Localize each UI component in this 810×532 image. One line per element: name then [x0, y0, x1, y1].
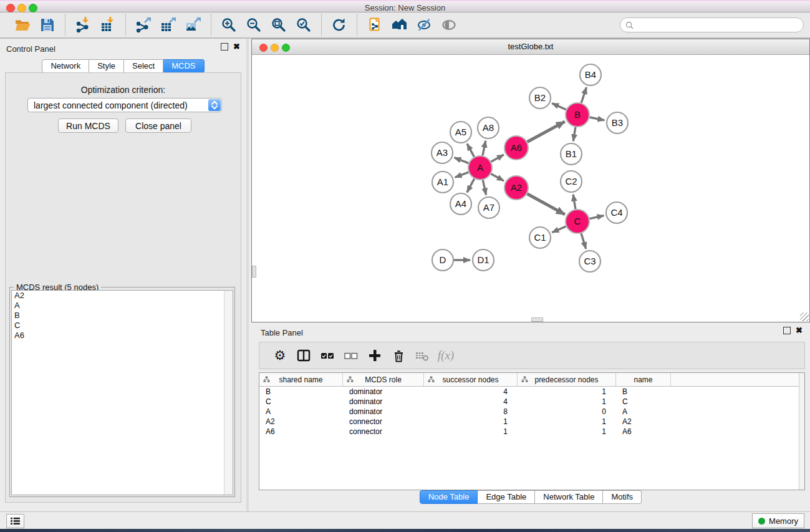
run-mcds-button[interactable]: Run MCDS [58, 118, 118, 133]
edge-A-A2[interactable] [491, 174, 504, 181]
tab-style[interactable]: Style [89, 59, 124, 73]
table-scrollbar[interactable] [799, 373, 804, 490]
column-header-successor-nodes[interactable]: successor nodes [424, 373, 518, 386]
column-header-shared-name[interactable]: shared name [259, 373, 343, 386]
close-table-panel-icon[interactable]: ✖ [796, 327, 803, 334]
float-panel-icon[interactable] [221, 43, 228, 51]
mcds-result-item[interactable]: A [12, 301, 233, 311]
graph-node-B1[interactable]: B1 [561, 143, 582, 165]
edge-C-C2[interactable] [573, 195, 576, 210]
task-history-button[interactable] [6, 514, 24, 528]
export-network-icon[interactable] [135, 17, 152, 33]
graph-node-B3[interactable]: B3 [607, 112, 628, 133]
deselect-all-columns-icon[interactable] [343, 347, 359, 364]
graph-node-A5[interactable]: A5 [450, 122, 471, 143]
graph-node-A8[interactable]: A8 [478, 117, 499, 138]
tab-network[interactable]: Network [42, 59, 89, 73]
tab-edge-table[interactable]: Edge Table [478, 490, 535, 504]
table-row-A6[interactable]: A6connector11A6 [259, 427, 804, 437]
result-list-scrollbar[interactable] [224, 291, 233, 495]
edge-A-A4[interactable] [467, 179, 475, 193]
tab-mcds[interactable]: MCDS [163, 59, 204, 73]
zoom-fit-icon[interactable] [271, 17, 287, 33]
graph-node-A[interactable]: A [468, 156, 492, 180]
network-canvas[interactable]: AA1A2A3A4A5A6A7A8BB1B2B3B4CC1C2C3C4DD1 [252, 55, 809, 322]
graph-node-C1[interactable]: C1 [529, 227, 551, 248]
edge-A-A5[interactable] [467, 143, 474, 157]
graph-node-C2[interactable]: C2 [561, 171, 582, 192]
edge-C-C4[interactable] [590, 216, 604, 219]
graph-node-C4[interactable]: C4 [606, 202, 627, 223]
show-all-icon[interactable] [441, 17, 458, 33]
edge-A-A7[interactable] [483, 180, 486, 195]
splitter-handle-horizontal[interactable] [531, 317, 543, 322]
graph-node-D[interactable]: D [432, 249, 453, 271]
zoom-in-icon[interactable] [221, 17, 237, 33]
edge-C-C1[interactable] [552, 226, 566, 233]
column-header-name[interactable]: name [616, 373, 671, 386]
table-row-A2[interactable]: A2connector11A2 [259, 417, 804, 427]
refresh-view-icon[interactable] [331, 17, 347, 33]
close-panel-icon[interactable]: ✖ [233, 44, 240, 50]
export-image-icon[interactable] [185, 17, 201, 33]
table-row-C[interactable]: Cdominator41C [259, 397, 804, 407]
table-row-B[interactable]: Bdominator41B [259, 387, 804, 397]
import-table-icon[interactable] [100, 17, 116, 33]
graph-node-A6[interactable]: A6 [504, 136, 528, 160]
search-input[interactable] [637, 19, 803, 31]
export-table-icon[interactable] [160, 17, 176, 33]
edge-B-B1[interactable] [573, 127, 576, 142]
column-visibility-icon[interactable] [296, 347, 312, 364]
mcds-result-item[interactable]: B [12, 311, 233, 321]
edge-C-C3[interactable] [581, 233, 586, 249]
mcds-result-item[interactable]: C [12, 321, 233, 331]
edge-B-B4[interactable] [581, 87, 586, 103]
mcds-result-item[interactable]: A2 [12, 291, 233, 301]
attribute-settings-icon[interactable]: ⚙ [272, 347, 288, 364]
column-header-MCDS-role[interactable]: MCDS role [343, 373, 424, 386]
resize-grip-icon[interactable] [800, 312, 809, 321]
delete-column-icon[interactable] [390, 347, 407, 364]
first-neighbors-icon[interactable] [392, 17, 408, 33]
tab-motifs[interactable]: Motifs [603, 490, 642, 504]
column-header-predecessor-nodes[interactable]: predecessor nodes [518, 373, 616, 386]
table-row-A[interactable]: Adominator80A [259, 407, 804, 417]
edge-A-A3[interactable] [455, 158, 469, 163]
edge-A-A8[interactable] [483, 141, 486, 156]
graph-node-D1[interactable]: D1 [473, 249, 494, 271]
import-network-icon[interactable] [75, 17, 91, 33]
edge-B-B3[interactable] [590, 117, 605, 120]
search-box[interactable] [620, 17, 804, 32]
select-all-columns-icon[interactable] [319, 347, 335, 364]
graph-node-C3[interactable]: C3 [579, 251, 600, 272]
memory-button[interactable]: Memory [752, 513, 804, 528]
graph-node-B[interactable]: B [566, 103, 589, 127]
zoom-out-icon[interactable] [246, 17, 262, 33]
edge-A-A6[interactable] [491, 155, 504, 162]
tab-network-table[interactable]: Network Table [535, 490, 603, 504]
edge-A2-C[interactable] [528, 194, 565, 215]
edge-A6-B[interactable] [528, 122, 565, 142]
hide-selected-icon[interactable] [417, 17, 433, 33]
new-network-from-selection-icon[interactable] [367, 17, 383, 33]
tab-node-table[interactable]: Node Table [420, 490, 478, 504]
graph-node-A2[interactable]: A2 [504, 176, 528, 200]
add-column-icon[interactable] [367, 347, 383, 364]
zoom-selected-icon[interactable] [296, 17, 312, 33]
save-session-icon[interactable] [39, 17, 55, 33]
edge-A-A1[interactable] [455, 172, 469, 177]
graph-node-A7[interactable]: A7 [478, 197, 499, 218]
criterion-dropdown[interactable]: largest connected component (directed) [27, 98, 222, 112]
close-panel-button[interactable]: Close panel [125, 118, 191, 133]
graph-node-A1[interactable]: A1 [432, 172, 453, 193]
float-table-panel-icon[interactable] [783, 327, 791, 334]
open-file-icon[interactable] [14, 17, 31, 33]
graph-node-B2[interactable]: B2 [529, 87, 551, 109]
graph-node-B4[interactable]: B4 [580, 64, 601, 85]
graph-node-C[interactable]: C [566, 210, 589, 233]
splitter-handle-vertical[interactable] [252, 266, 256, 278]
tab-select[interactable]: Select [124, 59, 163, 73]
graph-node-A3[interactable]: A3 [432, 142, 453, 163]
mcds-result-item[interactable]: A6 [12, 331, 233, 341]
edge-B-B2[interactable] [552, 104, 566, 110]
